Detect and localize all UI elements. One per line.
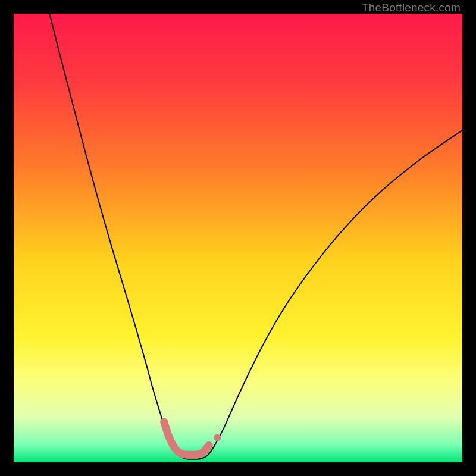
series-valley-marker (164, 422, 209, 455)
watermark-text: TheBottleneck.com (362, 1, 461, 14)
marker-valley-dot (214, 434, 221, 441)
series-bottleneck-curve (49, 14, 462, 459)
curve-layer (14, 14, 462, 462)
